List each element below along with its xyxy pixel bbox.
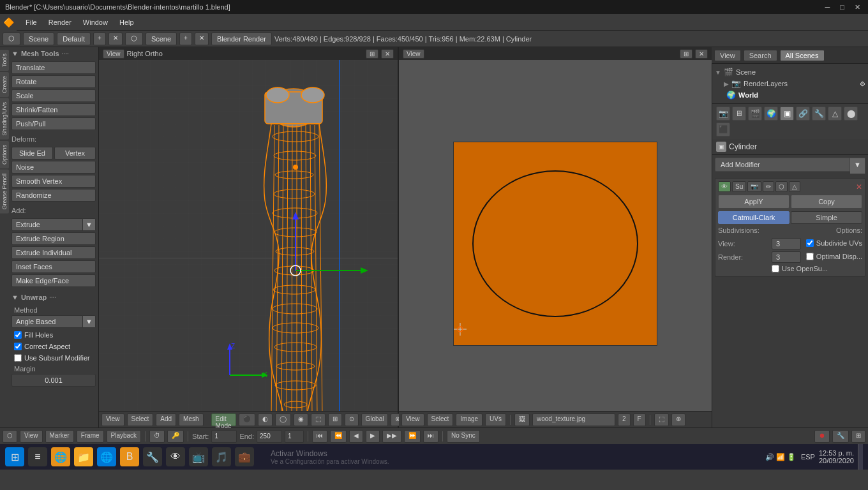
- push-pull-btn[interactable]: Push/Pull: [11, 117, 96, 130]
- uv-close-btn[interactable]: ✕: [695, 49, 708, 59]
- uv-expand-btn[interactable]: ⊞: [680, 49, 692, 59]
- prop-modifier-btn[interactable]: 🔧: [812, 107, 826, 121]
- 3d-expand-btn[interactable]: ⊞: [366, 49, 378, 59]
- next-keyframe-btn[interactable]: ⏩: [404, 430, 421, 443]
- engine-dropdown[interactable]: Blender Render: [211, 33, 272, 45]
- simple-btn[interactable]: Simple: [791, 211, 862, 224]
- view-value-btn[interactable]: 3: [772, 238, 801, 249]
- prop-world-btn[interactable]: 🌍: [764, 107, 778, 121]
- help-menu[interactable]: Help: [114, 17, 139, 27]
- create-tab[interactable]: Create: [0, 72, 9, 97]
- extrude-region-btn[interactable]: Extrude Region: [11, 232, 96, 245]
- timeline-playback-btn[interactable]: Playback: [107, 430, 142, 443]
- options-tab[interactable]: Options: [0, 141, 9, 168]
- all-scenes-tab[interactable]: All Scenes: [780, 50, 825, 61]
- timeline-frame-btn[interactable]: Frame: [77, 430, 104, 443]
- taskbar-edge-btn[interactable]: 🌐: [97, 447, 116, 466]
- file-menu[interactable]: File: [20, 17, 42, 27]
- uv-footer-image-btn[interactable]: Image: [456, 413, 483, 426]
- tree-renderlayers-row[interactable]: ▶ 📷 RenderLayers ⚙: [724, 78, 865, 89]
- use-opensu-checkbox[interactable]: [772, 265, 779, 272]
- play-btn[interactable]: ▶: [366, 430, 380, 443]
- uv-f-btn[interactable]: F: [633, 413, 646, 426]
- current-frame-input[interactable]: [285, 430, 304, 443]
- 3d-footer-mesh-btn[interactable]: Mesh: [179, 413, 203, 426]
- extrude-individual-btn[interactable]: Extrude Individual: [11, 246, 96, 259]
- window-controls[interactable]: ─ □ ✕: [823, 3, 863, 11]
- default-layout[interactable]: Default: [57, 33, 91, 45]
- layout-add-btn[interactable]: +: [93, 33, 106, 45]
- mesh-display-btn2[interactable]: ⊞: [328, 413, 342, 426]
- rotate-btn[interactable]: Rotate: [11, 75, 96, 88]
- taskbar-wrench-btn[interactable]: 🔧: [143, 447, 162, 466]
- uv-footer-view-btn[interactable]: View: [401, 413, 424, 426]
- maximize-btn[interactable]: □: [837, 3, 847, 11]
- 3d-close-btn[interactable]: ✕: [381, 49, 394, 59]
- prop-object-btn[interactable]: ▣: [780, 107, 794, 121]
- prop-scene-btn[interactable]: 🎬: [748, 107, 762, 121]
- subdivide-uvs-checkbox[interactable]: [806, 239, 814, 247]
- taskbar-eye-btn[interactable]: 👁: [166, 447, 185, 466]
- taskbar-monitor-btn[interactable]: 📺: [189, 447, 208, 466]
- fill-holes-checkbox[interactable]: [14, 331, 22, 339]
- tree-scene-row[interactable]: ▼ 🎬 Scene: [715, 66, 865, 78]
- uv-image-btn[interactable]: 🖼: [514, 413, 530, 426]
- timeline-icon[interactable]: ⬡: [3, 430, 17, 443]
- render-value-btn[interactable]: 3: [772, 251, 801, 263]
- scene2-label[interactable]: Scene: [146, 33, 177, 45]
- vertex-btn[interactable]: Vertex: [54, 147, 96, 160]
- timeline-expand-btn[interactable]: ⊞: [851, 430, 865, 443]
- use-subsurf-checkbox[interactable]: [14, 354, 22, 362]
- viewport-shading-btn3[interactable]: ◯: [275, 413, 291, 426]
- mod-close-btn[interactable]: ✕: [856, 182, 862, 191]
- taskbar-blender-btn[interactable]: B: [120, 447, 139, 466]
- engine-icon[interactable]: ⬡: [125, 33, 143, 45]
- noise-btn[interactable]: Noise: [11, 161, 96, 174]
- show-desktop-btn[interactable]: [858, 444, 863, 470]
- mod-edit-btn[interactable]: ✏: [763, 181, 774, 192]
- render-menu[interactable]: Render: [43, 17, 77, 27]
- shrink-flatten-btn[interactable]: Shrink/Fatten: [11, 103, 96, 116]
- scene-label[interactable]: Scene: [23, 33, 54, 45]
- extrude-arrow[interactable]: ▼: [83, 218, 96, 231]
- layout-close-btn[interactable]: ✕: [108, 33, 123, 45]
- inset-faces-btn[interactable]: Inset Faces: [11, 260, 96, 273]
- minimize-btn[interactable]: ─: [823, 3, 833, 11]
- catmull-clark-btn[interactable]: Catmull-Clark: [718, 211, 789, 224]
- taskbar-files-btn[interactable]: 📁: [74, 447, 93, 466]
- uv-img-num[interactable]: 2: [618, 413, 631, 426]
- mod-sub-btn[interactable]: Su: [732, 181, 746, 192]
- global-btn[interactable]: Global: [361, 413, 389, 426]
- randomize-btn[interactable]: Randomize: [11, 189, 96, 202]
- end-frame-input[interactable]: [257, 430, 282, 443]
- taskbar-browser-btn[interactable]: 🌐: [51, 447, 70, 466]
- mod-vis-btn[interactable]: 👁: [718, 181, 731, 192]
- margin-input[interactable]: [11, 374, 96, 387]
- start-frame-input[interactable]: [211, 430, 237, 443]
- prop-constraints-btn[interactable]: 🔗: [796, 107, 810, 121]
- grease-pencil-tab[interactable]: Grease Pencil: [0, 170, 9, 214]
- prev-keyframe-btn[interactable]: ⏪: [330, 430, 347, 443]
- viewport-shading-btn2[interactable]: ◐: [258, 413, 273, 426]
- taskbar-search-btn[interactable]: ≡: [28, 447, 47, 466]
- extrude-btn[interactable]: Extrude: [11, 218, 83, 231]
- view-tab[interactable]: View: [714, 50, 741, 61]
- uv-footer-uvs-btn[interactable]: UVs: [485, 413, 506, 426]
- jump-start-btn[interactable]: ⏮: [312, 430, 327, 443]
- apply-btn[interactable]: ApplY: [718, 195, 789, 209]
- slide-ed-btn[interactable]: Slide Ed: [11, 147, 53, 160]
- make-edge-btn[interactable]: Make Edge/Face: [11, 274, 96, 287]
- shading-uvs-tab[interactable]: Shading/UVs: [0, 98, 9, 140]
- taskbar-store-btn[interactable]: 💼: [235, 447, 254, 466]
- edit-mode-dropdown[interactable]: Edit Mode: [211, 413, 236, 426]
- renderlayers-icon-btn[interactable]: ⚙: [860, 80, 865, 87]
- prop-material-btn[interactable]: ⬤: [844, 107, 858, 121]
- mod-cam-btn[interactable]: 📷: [747, 181, 761, 192]
- prev-frame-btn[interactable]: ◀: [349, 430, 363, 443]
- 3d-footer-add-btn[interactable]: Add: [156, 413, 176, 426]
- icon-selector[interactable]: ⬡: [3, 33, 20, 45]
- timeline-marker-btn[interactable]: Marker: [45, 430, 74, 443]
- smooth-vertex-btn[interactable]: Smooth Vertex: [11, 175, 96, 188]
- prop-camera-btn[interactable]: 📷: [716, 107, 730, 121]
- next-frame-btn[interactable]: ▶▶: [382, 430, 401, 443]
